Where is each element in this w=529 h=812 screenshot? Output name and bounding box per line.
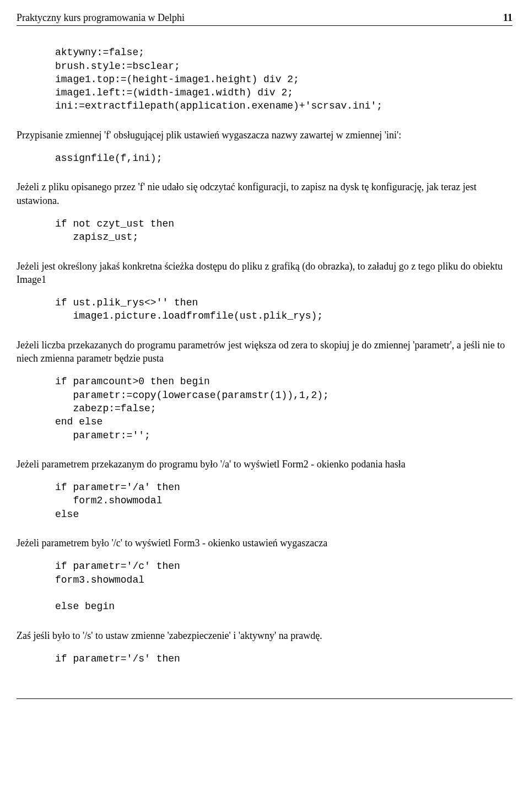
code-block-8: if parametr='/s' then xyxy=(55,652,512,665)
running-title: Praktyczny kurs programowania w Delphi xyxy=(17,11,185,24)
paragraph: Jeżeli jest określony jakaś konkretna śc… xyxy=(17,260,512,287)
code-block-4: if ust.plik_rys<>'' then image1.picture.… xyxy=(55,296,512,323)
paragraph: Zaś jeśli było to '/s' to ustaw zmienne … xyxy=(17,629,512,642)
running-header: Praktyczny kurs programowania w Delphi 1… xyxy=(17,11,512,26)
footer-rule xyxy=(17,698,512,699)
code-block-3: if not czyt_ust then zapisz_ust; xyxy=(55,217,512,244)
code-block-7: if parametr='/c' then form3.showmodal el… xyxy=(55,560,512,613)
paragraph: Jeżeli parametrem było '/c' to wyświetl … xyxy=(17,536,512,550)
paragraph: Jeżeli liczba przekazanych do programu p… xyxy=(17,338,512,365)
paragraph: Przypisanie zmiennej 'f' obsługującej pl… xyxy=(17,128,512,142)
paragraph: Jeżeli z pliku opisanego przez 'f' nie u… xyxy=(17,180,512,207)
document-page: Praktyczny kurs programowania w Delphi 1… xyxy=(0,0,529,721)
page-number: 11 xyxy=(503,11,512,24)
paragraph: Jeżeli parametrem przekazanym do program… xyxy=(17,458,512,471)
code-block-1: aktywny:=false; brush.style:=bsclear; im… xyxy=(55,46,512,112)
code-block-2: assignfile(f,ini); xyxy=(55,152,512,165)
code-block-5: if paramcount>0 then begin parametr:=cop… xyxy=(55,375,512,442)
code-block-6: if parametr='/a' then form2.showmodal el… xyxy=(55,481,512,521)
